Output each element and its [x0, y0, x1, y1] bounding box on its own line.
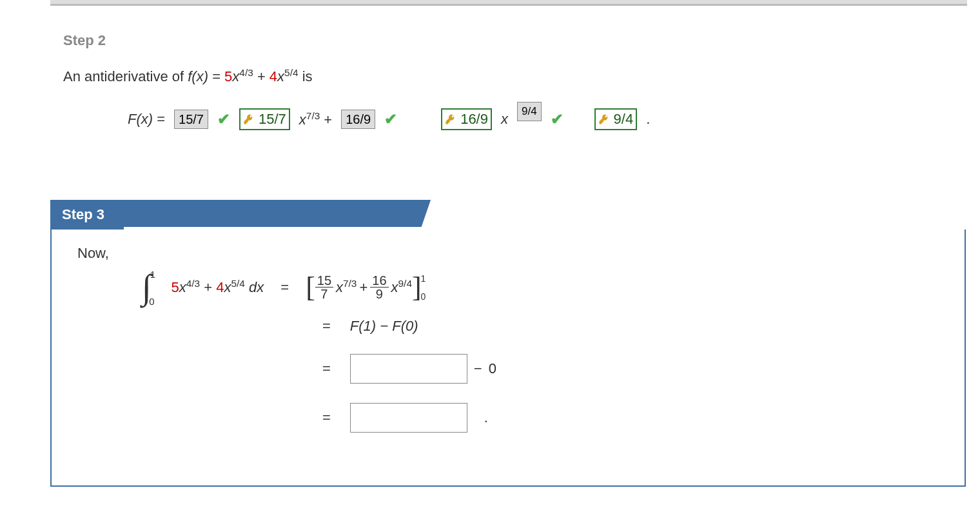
step-3-tab-decoration: [121, 200, 431, 227]
exp-7-3: 7/3: [306, 110, 320, 121]
num: 16: [370, 274, 388, 288]
integral-lower: 0: [149, 296, 154, 307]
plus: +: [204, 280, 216, 296]
integral: ∫ 1 0: [142, 277, 164, 297]
equals: =: [322, 318, 331, 335]
page: Step 2 An antiderivative of f(x) = 5x4/3…: [0, 0, 980, 508]
exp-5-4: 5/4: [231, 278, 244, 289]
coef-5: 5: [224, 68, 232, 84]
exp-7-3: 7/3: [343, 278, 357, 289]
frac-15-7: 157: [315, 274, 333, 300]
integral-sign: ∫: [142, 277, 152, 297]
den: 7: [318, 288, 329, 300]
F1-minus-F0: F(1) − F(0): [350, 318, 418, 335]
eq-line-3: = − 0: [322, 354, 939, 384]
var-x: x: [179, 280, 186, 296]
period: .: [484, 409, 488, 426]
equals: =: [153, 111, 165, 127]
integrand: 5x4/3 + 4x5/4 dx: [171, 278, 264, 296]
answer-key-3[interactable]: 9/4: [594, 108, 638, 130]
key-icon: [243, 113, 255, 125]
minus: −: [474, 360, 482, 377]
eq-line-2: = F(1) − F(0): [322, 318, 939, 335]
equals: =: [322, 409, 331, 426]
exp-4-3: 4/3: [239, 67, 253, 78]
var-x: x: [391, 280, 398, 296]
exp-4-3: 4/3: [186, 278, 200, 289]
bracket-lower: 0: [421, 291, 426, 302]
key-value: 9/4: [614, 111, 634, 128]
fx-label: f(x): [188, 68, 208, 84]
now-label: Now,: [77, 245, 939, 262]
step-2-section: Step 2 An antiderivative of f(x) = 5x4/3…: [63, 32, 953, 130]
exp-9-4: 9/4: [398, 278, 412, 289]
check-icon: ✔: [551, 110, 564, 128]
equals: =: [322, 360, 331, 377]
bracket-expression: [ 157 x7/3 + 169 x9/4 ] 1 0: [306, 271, 426, 304]
coef-4: 4: [216, 280, 224, 296]
text: An antiderivative of: [63, 68, 188, 84]
key-value: 15/7: [259, 111, 286, 128]
plus: +: [320, 112, 332, 128]
Fx-label: F(x) =: [128, 111, 165, 128]
step-2-title: Step 2: [63, 32, 953, 49]
var-x: x: [299, 112, 306, 128]
key-icon: [598, 113, 610, 125]
bracket-upper: 1: [421, 273, 426, 284]
var-x: x: [224, 280, 231, 296]
step-3-body: Now, ∫ 1 0 5x4/3 + 4x5/4 dx: [50, 230, 966, 487]
bracket-limits: 1 0: [423, 273, 426, 302]
divider: [50, 0, 967, 4]
step-2-text: An antiderivative of f(x) = 5x4/3 + 4x5/…: [63, 67, 953, 85]
num: 15: [315, 274, 333, 288]
eq-line-1: ∫ 1 0 5x4/3 + 4x5/4 dx = [: [142, 271, 939, 304]
text: is: [302, 68, 313, 84]
answer-input-2[interactable]: [350, 403, 467, 433]
coef-4: 4: [270, 68, 277, 84]
step-3-title: Step 3: [50, 200, 124, 230]
answer-box-2[interactable]: 16/9: [341, 110, 375, 129]
answer-input-1[interactable]: [350, 354, 467, 384]
var-x: x: [277, 68, 284, 84]
key-value: 16/9: [460, 111, 488, 128]
equals: =: [212, 68, 224, 84]
check-icon: ✔: [217, 110, 230, 128]
left-bracket: [: [306, 271, 315, 304]
key-icon: [445, 113, 456, 125]
answer-box-3[interactable]: 9/4: [517, 102, 542, 121]
step-3-section: Step 3 Now, ∫ 1 0 5x4/3 + 4x5/4 dx: [50, 200, 966, 487]
var-x: x: [501, 111, 508, 128]
answer-box-1[interactable]: 15/7: [174, 110, 208, 129]
dx: dx: [249, 280, 264, 296]
right-bracket: ]: [412, 271, 422, 304]
coef-5: 5: [171, 280, 179, 296]
step-2-equation: F(x) = 15/7 ✔ 15/7 x7/3 + 16/9 ✔ 16/9 x …: [128, 108, 953, 130]
frac-16-9: 169: [370, 274, 388, 300]
step-3-equations: ∫ 1 0 5x4/3 + 4x5/4 dx = [: [142, 271, 939, 433]
x-7-3: x7/3 +: [299, 110, 332, 128]
plus: +: [359, 279, 368, 296]
Fx: F(x): [128, 111, 153, 127]
exp-5-4: 5/4: [284, 67, 298, 78]
period: .: [646, 111, 650, 128]
den: 9: [374, 288, 385, 300]
var-x: x: [336, 280, 343, 296]
integral-upper: 1: [150, 269, 155, 280]
eq-line-4: = .: [322, 403, 939, 433]
answer-key-2[interactable]: 16/9: [441, 108, 492, 130]
answer-key-1[interactable]: 15/7: [239, 108, 290, 130]
var-x: x: [232, 68, 239, 84]
check-icon: ✔: [384, 110, 397, 128]
plus: +: [257, 68, 270, 84]
zero: 0: [489, 360, 496, 377]
equals: =: [280, 279, 289, 296]
